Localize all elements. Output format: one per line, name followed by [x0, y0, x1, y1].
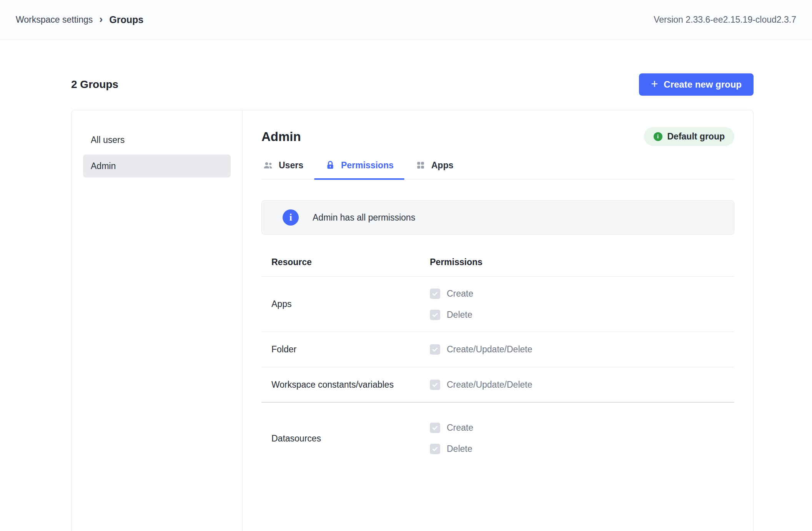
- column-header-permissions: Permissions: [430, 257, 483, 267]
- sidebar-item-admin[interactable]: Admin: [83, 154, 231, 178]
- permission-option: Create: [430, 423, 734, 433]
- permission-option: Create/Update/Delete: [430, 380, 734, 390]
- table-row: Workspace constants/variables Create/Upd…: [261, 367, 734, 403]
- permission-label: Create/Update/Delete: [447, 344, 532, 355]
- table-row: Folder Create/Update/Delete: [261, 332, 734, 367]
- groups-count-heading: 2 Groups: [71, 78, 118, 91]
- tab-users[interactable]: Users: [261, 160, 314, 179]
- checkbox-checked-disabled[interactable]: [430, 289, 440, 299]
- permission-option: Create/Update/Delete: [430, 344, 734, 355]
- permission-option: Delete: [430, 310, 734, 320]
- default-group-badge-label: Default group: [667, 131, 725, 142]
- table-row: Apps Create Delete: [261, 277, 734, 332]
- create-new-group-button[interactable]: + Create new group: [639, 73, 754, 96]
- sidebar-item-all-users[interactable]: All users: [83, 128, 231, 151]
- resource-label: Apps: [271, 299, 430, 309]
- groups-toolbar: 2 Groups + Create new group: [71, 73, 754, 96]
- breadcrumb-groups: Groups: [109, 14, 143, 25]
- create-new-group-label: Create new group: [664, 79, 742, 90]
- permissions-cell: Create/Update/Delete: [430, 380, 734, 390]
- group-detail-panel: Admin i Default group Users: [243, 110, 753, 531]
- checkbox-checked-disabled[interactable]: [430, 423, 440, 433]
- groups-sidebar: All users Admin: [72, 110, 243, 531]
- permission-label: Create: [447, 423, 473, 433]
- tab-permissions[interactable]: Permissions: [314, 160, 404, 179]
- permission-option: Create: [430, 289, 734, 299]
- checkbox-checked-disabled[interactable]: [430, 380, 440, 390]
- tab-permissions-label: Permissions: [341, 160, 394, 171]
- panel-header: Admin i Default group: [261, 127, 734, 146]
- breadcrumb: Workspace settings › Groups: [16, 14, 143, 25]
- column-header-resource: Resource: [271, 257, 430, 267]
- table-row: Datasources Create Delete: [261, 403, 734, 474]
- version-label: Version 2.33.6-ee2.15.19-cloud2.3.7: [654, 15, 796, 25]
- top-bar: Workspace settings › Groups Version 2.33…: [0, 0, 812, 40]
- chevron-right-icon: ›: [99, 14, 103, 25]
- tab-apps[interactable]: Apps: [404, 160, 464, 179]
- info-banner-text: Admin has all permissions: [313, 212, 415, 223]
- permissions-cell: Create Delete: [430, 289, 734, 320]
- checkbox-checked-disabled[interactable]: [430, 444, 440, 454]
- permission-label: Delete: [447, 310, 472, 320]
- permission-option: Delete: [430, 444, 734, 454]
- lock-icon: [325, 160, 336, 171]
- sidebar-item-label: All users: [91, 135, 125, 145]
- resource-label: Folder: [271, 344, 430, 355]
- groups-card: All users Admin Admin i Default group: [71, 110, 754, 531]
- tab-apps-label: Apps: [431, 160, 454, 171]
- permissions-cell: Create Delete: [430, 423, 734, 454]
- tab-users-label: Users: [279, 160, 303, 171]
- checkbox-checked-disabled[interactable]: [430, 344, 440, 355]
- default-group-badge: i Default group: [644, 127, 735, 146]
- sidebar-item-label: Admin: [91, 161, 116, 171]
- checkbox-checked-disabled[interactable]: [430, 310, 440, 320]
- permissions-info-banner: i Admin has all permissions: [261, 200, 734, 235]
- apps-icon: [415, 160, 426, 171]
- breadcrumb-workspace-settings[interactable]: Workspace settings: [16, 15, 93, 25]
- permissions-cell: Create/Update/Delete: [430, 344, 734, 355]
- permission-label: Delete: [447, 444, 472, 454]
- group-tabs: Users Permissions: [261, 160, 734, 179]
- permissions-table: Resource Permissions Apps Create: [261, 248, 734, 474]
- plus-icon: +: [651, 78, 658, 90]
- resource-label: Workspace constants/variables: [271, 380, 430, 390]
- permission-label: Create/Update/Delete: [447, 380, 532, 390]
- permission-label: Create: [447, 289, 473, 299]
- info-icon: i: [283, 209, 299, 226]
- table-header-row: Resource Permissions: [261, 248, 734, 277]
- info-icon: i: [654, 132, 662, 141]
- group-title: Admin: [261, 129, 301, 144]
- users-icon: [263, 160, 273, 171]
- resource-label: Datasources: [271, 433, 430, 444]
